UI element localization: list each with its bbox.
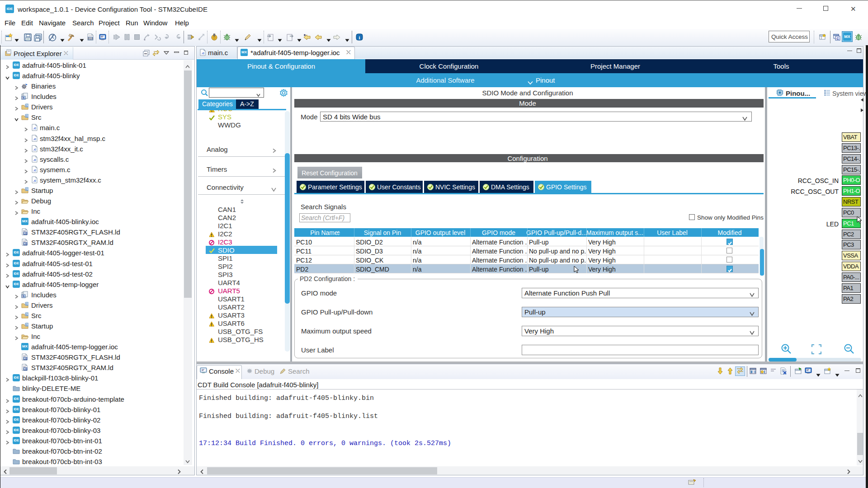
svg-text:.c: .c <box>201 51 204 55</box>
svg-text:h: h <box>23 96 24 99</box>
svg-text:.c: .c <box>33 158 36 162</box>
svg-text:.c: .c <box>33 137 36 141</box>
svg-text:C: C <box>26 188 28 191</box>
svg-text:.c: .c <box>33 168 36 172</box>
svg-text:C: C <box>836 37 839 40</box>
svg-text:.c: .c <box>33 126 36 130</box>
svg-text:010: 010 <box>88 37 93 40</box>
svg-text:C: C <box>26 303 28 305</box>
svg-text:h: h <box>23 295 24 298</box>
svg-text:.c: .c <box>33 147 36 151</box>
svg-text:C: C <box>26 104 28 107</box>
svg-text:LD: LD <box>24 357 27 360</box>
svg-text:LD: LD <box>24 243 27 245</box>
svg-text:LD: LD <box>24 232 27 235</box>
svg-text:C: C <box>26 313 28 316</box>
svg-text:LD: LD <box>24 368 27 371</box>
svg-text:i: i <box>359 35 360 40</box>
svg-text:C: C <box>26 115 28 117</box>
svg-text:.c: .c <box>33 178 36 183</box>
svg-text:C: C <box>26 324 28 326</box>
